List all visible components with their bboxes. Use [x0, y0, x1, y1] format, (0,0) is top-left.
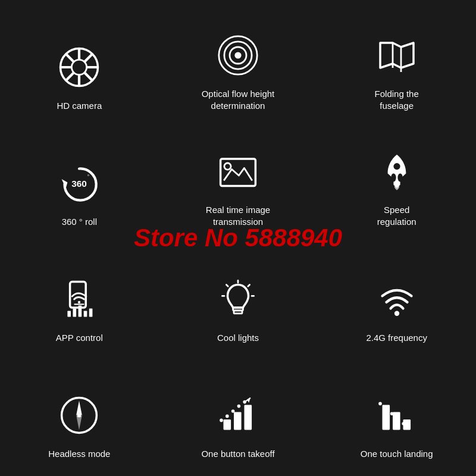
svg-point-5 [72, 60, 87, 74]
cool-lights-icon [211, 273, 265, 326]
one-touch-landing-label: One touch landing [361, 448, 433, 460]
svg-rect-24 [73, 308, 77, 317]
svg-rect-23 [68, 311, 71, 317]
optical-flow-label: Optical flow heightdetermination [202, 88, 275, 111]
svg-rect-42 [244, 405, 252, 430]
folding-label: Folding thefuselage [375, 88, 419, 111]
cell-optical-flow: Optical flow heightdetermination [159, 6, 318, 122]
svg-point-17 [391, 174, 396, 182]
svg-rect-25 [79, 305, 82, 317]
landing-icon [370, 389, 424, 442]
cell-one-button-takeoff: One button takeoff [159, 354, 318, 470]
headless-mode-label: Headless mode [48, 448, 110, 460]
cool-lights-label: Cool lights [217, 332, 259, 344]
cell-headless-mode: Headless mode [0, 354, 159, 470]
headless-icon [52, 389, 106, 442]
cell-hd-camera: HD camera [0, 6, 159, 122]
cell-folding: Folding thefuselage [317, 6, 476, 122]
2g-frequency-label: 2.4G frequency [366, 332, 427, 344]
hd-camera-icon [52, 40, 106, 94]
svg-rect-27 [89, 308, 93, 317]
cell-2g-frequency: 2.4G frequency [317, 238, 476, 354]
svg-rect-51 [393, 412, 400, 430]
feature-grid: HD camera Optical flow heightdeterminati… [0, 0, 476, 476]
optical-flow-icon [211, 29, 265, 82]
360-roll-icon: 360 ° [52, 156, 106, 210]
svg-marker-38 [76, 400, 82, 415]
svg-line-31 [248, 284, 250, 286]
svg-line-33 [226, 284, 228, 286]
svg-point-45 [231, 409, 235, 413]
svg-rect-29 [234, 310, 242, 313]
svg-text:360: 360 [71, 178, 87, 188]
svg-point-54 [384, 407, 388, 411]
cell-cool-lights: Cool lights [159, 238, 318, 354]
svg-marker-39 [76, 415, 82, 430]
svg-point-35 [394, 311, 399, 315]
cell-app-control: APP control [0, 238, 159, 354]
svg-point-16 [224, 163, 231, 170]
folding-icon [370, 29, 424, 82]
svg-point-44 [226, 414, 229, 418]
svg-rect-26 [84, 311, 87, 317]
speed-regulation-icon [370, 145, 424, 198]
takeoff-icon [211, 389, 265, 442]
speed-regulation-label: Speedregulation [377, 204, 416, 227]
360-roll-label: 360 ° roll [62, 216, 97, 228]
cell-360-roll: 360 ° 360 ° roll [0, 122, 159, 238]
svg-point-6 [234, 52, 241, 58]
app-control-icon [52, 273, 106, 326]
svg-point-56 [396, 416, 399, 420]
wifi-icon [370, 273, 424, 326]
one-button-takeoff-label: One button takeoff [201, 448, 274, 460]
svg-text:°: ° [87, 173, 90, 179]
svg-point-19 [393, 163, 400, 170]
cell-one-touch-landing: One touch landing [317, 354, 476, 470]
cell-speed-regulation: Speedregulation [317, 122, 476, 238]
svg-point-46 [237, 404, 241, 408]
svg-point-18 [397, 174, 402, 182]
svg-point-43 [220, 418, 223, 422]
svg-rect-41 [234, 412, 242, 430]
svg-point-53 [378, 402, 382, 405]
hd-camera-label: HD camera [57, 100, 102, 112]
app-control-label: APP control [56, 332, 103, 344]
real-time-image-label: Real time imagetransmission [206, 204, 270, 227]
svg-point-22 [78, 300, 80, 303]
cell-real-time-image: Real time imagetransmission [159, 122, 318, 238]
svg-point-55 [390, 412, 393, 415]
svg-rect-40 [223, 419, 231, 430]
image-transmission-icon [211, 145, 265, 198]
